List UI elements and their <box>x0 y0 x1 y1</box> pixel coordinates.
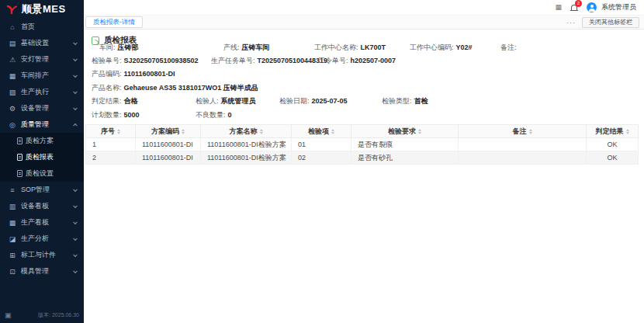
sort-icon <box>260 129 263 134</box>
field-workcenter-code: 工作中心编码:Y02# <box>410 43 473 53</box>
table-header-row: 序号 方案编码 方案名称 检验项 检验要求 备注 判定结果 <box>86 125 639 138</box>
field-inspector: 检验人:系统管理员 <box>196 96 256 106</box>
scheduling-icon: ▦ <box>8 72 17 80</box>
home-icon: ⌂ <box>8 23 17 31</box>
chevron-down-icon <box>73 252 78 257</box>
chevron-down-icon <box>73 203 78 208</box>
top-header: ▦ 2 系统管理员 <box>84 0 644 16</box>
tab-inspection-report-detail[interactable]: 质检报表-详情 <box>85 16 143 28</box>
field-product-code: 产品编码:11011600801-DI <box>92 69 175 79</box>
field-planned-qty: 计划数量:5000 <box>92 110 140 120</box>
table-row[interactable]: 2 11011600801-DI 11011600801-DI检验方案 02 是… <box>86 151 639 165</box>
piecework-icon: ⊞ <box>8 252 17 259</box>
field-line: 产线:压铸车间 <box>223 43 270 53</box>
document-icon <box>17 137 23 144</box>
settings-icon: ▤ <box>8 40 17 47</box>
sidebar-item-mold-mgmt[interactable]: ⊡ 模具管理 <box>0 263 84 280</box>
app-logo[interactable]: 顺景MES <box>0 0 84 19</box>
sidebar: 顺景MES ⌂ 首页 ▤ 基础设置 ⚠ 安灯管理 ▦ 车间排产 ▧ 生产执行 ⚙ <box>0 0 84 323</box>
field-inspection-date: 检验日期:2025-07-05 <box>279 96 348 106</box>
sidebar-footer: ▣ 版本: 2025.06.30 <box>0 307 84 323</box>
col-header-result[interactable]: 判定结果 <box>587 125 639 138</box>
col-header-plan-code[interactable]: 方案编码 <box>136 125 201 138</box>
sidebar-item-sop-mgmt[interactable]: ≡ SOP管理 <box>0 182 84 198</box>
col-header-remark[interactable]: 备注 <box>459 125 587 138</box>
avatar[interactable] <box>587 2 597 12</box>
sidebar-item-workshop-scheduling[interactable]: ▦ 车间排产 <box>0 68 84 84</box>
sidebar-item-inspection-report[interactable]: 质检报表 <box>0 149 84 165</box>
sort-icon <box>626 129 629 134</box>
field-row: 产品名称:Gehaeuse AS35 3181017WO1 压铸半成品 <box>84 83 644 93</box>
field-work-order-no: 工令单号:h202507-0007 <box>318 56 396 66</box>
sidebar-item-production-execution[interactable]: ▧ 生产执行 <box>0 84 84 100</box>
chevron-up-icon <box>73 123 78 127</box>
inspection-items-table: 序号 方案编码 方案名称 检验项 检验要求 备注 判定结果 1 11011600… <box>85 124 639 165</box>
field-inspection-no: 检验单号:SJ20250705100938502 <box>92 56 199 66</box>
field-workshop: 车间:压铸部 <box>99 43 139 53</box>
field-defect-qty: 不良数量:0 <box>196 110 232 120</box>
chevron-down-icon <box>73 106 78 110</box>
username[interactable]: 系统管理员 <box>601 2 636 12</box>
sop-icon: ≡ <box>8 186 17 194</box>
production-board-icon: ▦ <box>8 219 17 227</box>
sidebar-item-andon[interactable]: ⚠ 安灯管理 <box>0 51 84 68</box>
table-row[interactable]: 1 11011600801-DI 11011600801-DI检验方案 01 是… <box>86 138 639 151</box>
production-icon: ▧ <box>8 89 17 96</box>
version-label: 版本: 2025.06.30 <box>38 311 79 319</box>
equipment-board-icon: ▥ <box>8 203 17 210</box>
mold-icon: ⊡ <box>8 268 17 276</box>
chevron-down-icon <box>73 57 78 61</box>
close-other-tabs-button[interactable]: 关闭其他标签栏 <box>582 17 639 28</box>
sort-icon <box>117 129 120 134</box>
quality-icon: ◎ <box>8 121 17 129</box>
field-workcenter-name: 工作中心名称:LK700T <box>314 43 386 53</box>
chevron-down-icon <box>73 269 78 273</box>
sidebar-item-inspection-plan[interactable]: 质检方案 <box>0 133 84 149</box>
sidebar-item-production-board[interactable]: ▦ 生产看板 <box>0 214 84 231</box>
col-header-plan-name[interactable]: 方案名称 <box>201 125 292 138</box>
field-task-no: 生产任务单号:T20250705100448319 <box>211 56 327 66</box>
equipment-icon: ⚙ <box>8 105 17 113</box>
tab-bar: 质检报表-详情 ··· 关闭其他标签栏 <box>84 16 644 30</box>
sidebar-item-inspection-settings[interactable]: 质检设置 <box>0 165 84 182</box>
sort-icon <box>529 129 532 134</box>
sort-icon <box>182 129 185 134</box>
col-header-item[interactable]: 检验项 <box>292 125 351 138</box>
field-row: 计划数量:5000 不良数量:0 <box>84 110 644 120</box>
sidebar-item-equipment-mgmt[interactable]: ⚙ 设备管理 <box>0 100 84 116</box>
field-row: 车间:压铸部 产线:压铸车间 工作中心名称:LK700T 工作中心编码:Y02#… <box>84 43 644 53</box>
fullscreen-grid-icon[interactable]: ▦ <box>555 4 562 11</box>
notification-badge: 2 <box>575 0 582 7</box>
collapse-sidebar-icon[interactable]: ▣ <box>5 311 12 319</box>
field-product-name: 产品名称:Gehaeuse AS35 3181017WO1 压铸半成品 <box>92 83 258 93</box>
field-row: 产品编码:11011600801-DI <box>84 69 644 79</box>
field-inspection-type: 检验类型:首检 <box>382 96 428 106</box>
sort-icon <box>418 129 421 134</box>
field-judgement: 判定结果:合格 <box>92 96 138 106</box>
col-header-seq[interactable]: 序号 <box>86 125 136 138</box>
field-remark: 备注: <box>500 43 519 53</box>
sidebar-item-home[interactable]: ⌂ 首页 <box>0 19 84 35</box>
tab-more-icon[interactable]: ··· <box>560 19 582 26</box>
sidebar-item-piecework[interactable]: ⊞ 标工与计件 <box>0 247 84 263</box>
field-row: 检验单号:SJ20250705100938502 生产任务单号:T2025070… <box>84 56 644 66</box>
chevron-down-icon <box>73 73 78 78</box>
chevron-down-icon <box>73 40 78 45</box>
sidebar-item-equipment-board[interactable]: ▥ 设备看板 <box>0 198 84 214</box>
field-row: 判定结果:合格 检验人:系统管理员 检验日期:2025-07-05 检验类型:首… <box>84 96 644 106</box>
sidebar-item-basic-settings[interactable]: ▤ 基础设置 <box>0 35 84 51</box>
notifications-bell-icon[interactable]: 2 <box>570 3 579 12</box>
chevron-down-icon <box>73 220 78 224</box>
col-header-requirement[interactable]: 检验要求 <box>351 125 459 138</box>
report-detail-panel: 质检报表 车间:压铸部 产线:压铸车间 工作中心名称:LK700T 工作中心编码… <box>84 30 644 323</box>
logo-swoosh-icon <box>6 5 18 15</box>
quality-submenu: 质检方案 质检报表 质检设置 <box>0 133 84 182</box>
chevron-down-icon <box>73 187 78 192</box>
andon-icon: ⚠ <box>8 56 17 64</box>
document-icon <box>17 170 23 177</box>
sidebar-item-quality-mgmt[interactable]: ◎ 质量管理 <box>0 116 84 133</box>
sidebar-item-production-analysis[interactable]: ◪ 生产分析 <box>0 231 84 247</box>
analysis-icon: ◪ <box>8 235 17 243</box>
document-icon <box>17 154 23 161</box>
app-title: 顺景MES <box>22 2 66 16</box>
